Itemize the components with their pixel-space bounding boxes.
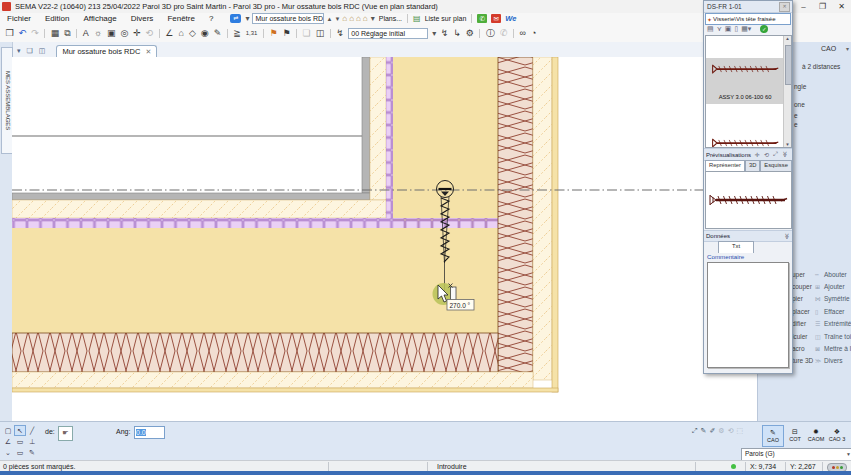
open-icon[interactable]: ❒ bbox=[6, 25, 14, 41]
mode-button-caom[interactable]: ✹CAOM bbox=[806, 425, 826, 445]
command-mettrel[interactable]: Mettre à l'é bbox=[824, 345, 851, 352]
delete-icon[interactable]: ▯ bbox=[734, 25, 738, 33]
collapse-chevrons-icon[interactable]: ≫ bbox=[781, 151, 788, 157]
layer-flag-icon[interactable]: ⚑ bbox=[269, 25, 277, 41]
menu-fichier[interactable]: Fichier bbox=[7, 14, 31, 23]
mode-button-cot[interactable]: ⊟COT bbox=[785, 425, 805, 445]
house-dropdown-icon[interactable]: ▾ bbox=[371, 14, 375, 23]
brush-icon[interactable]: ✐ bbox=[709, 427, 715, 435]
layer-flag2-icon[interactable]: ⚑ bbox=[283, 25, 291, 41]
menu-?[interactable]: ? bbox=[209, 14, 213, 23]
scroll-thumb[interactable] bbox=[785, 45, 792, 85]
screw-copy-icon[interactable]: ↯ bbox=[441, 25, 449, 41]
resize-icon[interactable]: ⤢ bbox=[773, 151, 778, 158]
command-left-fragment[interactable]: ture 3D bbox=[792, 357, 813, 364]
collapse-chevrons-icon[interactable]: ≫ bbox=[783, 233, 790, 239]
command-left-fragment[interactable]: couper bbox=[792, 283, 812, 290]
menu-fentre[interactable]: Fenêtre bbox=[167, 14, 195, 23]
bulb-icon[interactable]: ☼ bbox=[94, 25, 102, 41]
liste-sur-plan-button[interactable]: Liste sur plan bbox=[425, 15, 467, 22]
plans-button[interactable]: Plans... bbox=[379, 15, 402, 22]
edit-color-icon[interactable]: ✎ bbox=[701, 427, 707, 435]
resize-icon[interactable]: ⤢ bbox=[692, 427, 698, 435]
comment-textarea[interactable] bbox=[707, 262, 789, 368]
angle-tool-icon[interactable]: ∠ bbox=[165, 25, 173, 41]
house-view-icon[interactable]: ⌂ bbox=[342, 14, 347, 23]
menu-divers[interactable]: Divers bbox=[131, 14, 154, 23]
reference-point-button[interactable]: ☛ bbox=[58, 426, 73, 441]
selected-screw-item[interactable]: ASSY 3.0 06-100 60 bbox=[706, 58, 784, 104]
dropdown-icon[interactable]: ▾ bbox=[245, 14, 249, 23]
scroll-down-icon[interactable]: ▼ bbox=[784, 142, 791, 147]
command-effacer[interactable]: Effacer bbox=[824, 308, 844, 315]
preset-combo[interactable]: 00 Réglage initial bbox=[348, 28, 428, 39]
print-icon[interactable]: ▦ bbox=[51, 25, 60, 41]
command-left-fragment[interactable]: placer bbox=[792, 308, 810, 315]
command-left-fragment[interactable]: lculer bbox=[792, 333, 808, 340]
save-icon[interactable]: ▣ bbox=[725, 25, 732, 33]
house-view-icon[interactable]: ⌂ bbox=[363, 14, 368, 23]
command-tranetoit[interactable]: Traîne toit bbox=[824, 333, 851, 340]
sidebar-item-fragment[interactable]: e bbox=[794, 112, 798, 119]
drawing-canvas[interactable]: 270.0 ° bbox=[12, 57, 757, 421]
tab-close-icon[interactable]: ✕ bbox=[145, 48, 151, 56]
command-symtrie[interactable]: Symétrie bbox=[824, 295, 850, 302]
measure-icon[interactable]: ✎ bbox=[214, 25, 222, 41]
confirm-check-icon[interactable]: ✓ bbox=[760, 25, 768, 33]
close-button[interactable]: ✕ bbox=[832, 0, 851, 13]
chevron-icon[interactable]: ⌄ bbox=[2, 447, 14, 458]
sidebar-item-fragment[interactable]: one bbox=[794, 101, 805, 108]
binoculars-icon[interactable]: ∞ bbox=[519, 25, 525, 41]
command-left-fragment[interactable]: pier bbox=[792, 295, 803, 302]
scroll-up-icon[interactable]: ▲ bbox=[784, 36, 791, 41]
mode-button-cao[interactable]: ✎CAO bbox=[762, 425, 784, 447]
sidebar-item-fragment[interactable]: ngle bbox=[794, 83, 806, 90]
command-left-fragment[interactable]: acro bbox=[792, 345, 805, 352]
house-view-icon[interactable]: ⌂ bbox=[356, 14, 361, 23]
sidebar-item-fragment[interactable]: à 2 distances bbox=[802, 63, 840, 70]
mode-button-cao3[interactable]: ❖CAO 3 bbox=[827, 425, 847, 445]
rect2-icon[interactable]: ▭ bbox=[14, 447, 26, 458]
undo-icon[interactable]: ↶ bbox=[19, 25, 27, 41]
house-view-icon[interactable]: ⌂ bbox=[349, 14, 354, 23]
screw-preset-icon[interactable]: ↯ bbox=[336, 25, 344, 41]
paste-icon[interactable]: ▤ bbox=[707, 25, 714, 33]
perspective-icon[interactable]: ◇ bbox=[189, 25, 196, 41]
zoom-page-icon[interactable]: ▣ bbox=[107, 25, 116, 41]
sidebar-item-fragment[interactable]: e bbox=[794, 121, 798, 128]
menu-affichage[interactable]: Affichage bbox=[83, 14, 116, 23]
info-icon[interactable]: ⓘ bbox=[486, 25, 495, 41]
dim-value-icon[interactable]: 1,31 bbox=[246, 25, 258, 41]
panel-title-bar[interactable]: DS-FR 1-01 ✕ bbox=[704, 1, 792, 13]
tab-mur-ossature[interactable]: Mur ossature bois RDC ✕ bbox=[56, 45, 157, 57]
preview-tab-reprsenter[interactable]: Représenter bbox=[705, 160, 745, 171]
pencil-icon[interactable]: ✎ bbox=[26, 447, 38, 458]
zoom-icon[interactable]: ◎ bbox=[120, 25, 128, 41]
angle-input[interactable]: 0.0 bbox=[134, 426, 165, 439]
command-ajouter[interactable]: Ajouter bbox=[824, 283, 845, 290]
move-icon[interactable]: ✛ bbox=[755, 151, 760, 158]
gear2-icon[interactable]: ⚙ bbox=[718, 427, 724, 435]
rect-icon[interactable]: ▭ bbox=[14, 436, 26, 447]
support-icon[interactable]: ✆ bbox=[500, 25, 508, 41]
menu-edition[interactable]: Edition bbox=[45, 14, 69, 23]
command-extrmit[interactable]: Extrémité bbox=[824, 320, 851, 327]
select-rect-icon[interactable]: ▢ bbox=[2, 425, 14, 436]
dim-angle-icon[interactable]: ≧ bbox=[233, 25, 241, 41]
window-icon[interactable]: ❏ bbox=[303, 25, 311, 41]
gear-icon[interactable]: ⚙ bbox=[466, 25, 474, 41]
command-left-fragment[interactable]: difier bbox=[792, 320, 806, 327]
frame-icon[interactable]: ⬚ bbox=[737, 427, 744, 435]
pointer-icon[interactable]: ↖ bbox=[14, 425, 26, 436]
wall-up-button[interactable]: ▲ bbox=[326, 16, 332, 22]
panel-view-icon[interactable]: ◫ bbox=[316, 25, 325, 41]
preset-dropdown-icon[interactable]: ▾ bbox=[432, 29, 436, 38]
preview-tab-3d[interactable]: 3D bbox=[745, 160, 760, 171]
pan-icon[interactable]: ✛ bbox=[133, 25, 141, 41]
copy-page-icon[interactable]: ⧉ bbox=[64, 25, 70, 41]
view-mode-icon[interactable]: ▦▾ bbox=[741, 25, 751, 33]
minimize-button[interactable]: – bbox=[794, 0, 813, 13]
teamviewer-icon[interactable]: ⇄ bbox=[230, 14, 241, 23]
screw-export-icon[interactable]: ↳ bbox=[453, 25, 461, 41]
filter-icon[interactable]: ⋎ bbox=[717, 25, 722, 33]
